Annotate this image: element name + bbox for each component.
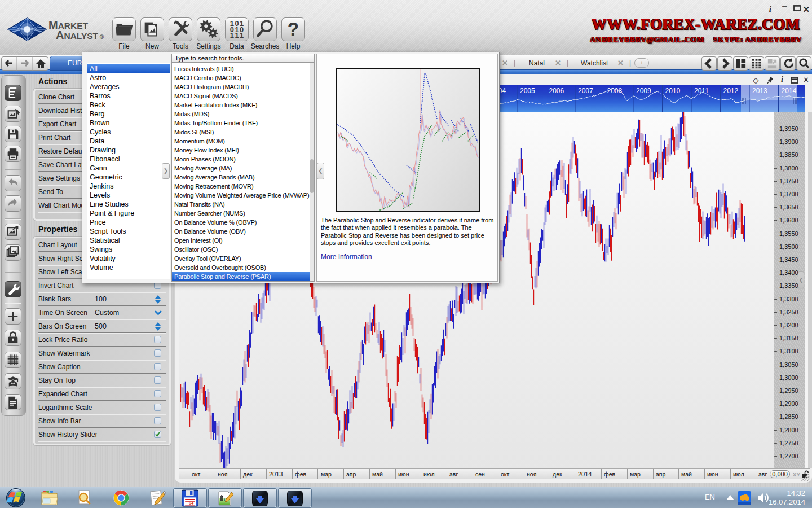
svg-text:2005: 2005 bbox=[520, 87, 535, 95]
svg-text:1: 1 bbox=[230, 31, 234, 40]
svg-text:2007: 2007 bbox=[578, 87, 593, 95]
svg-text:2012: 2012 bbox=[723, 87, 739, 95]
svg-text:2010: 2010 bbox=[665, 87, 681, 95]
svg-text:MARKET: MARKET bbox=[48, 19, 89, 31]
svg-text:?: ? bbox=[288, 19, 299, 40]
svg-text:2013: 2013 bbox=[752, 87, 767, 95]
svg-text:2011: 2011 bbox=[694, 87, 709, 95]
svg-text:2009: 2009 bbox=[636, 87, 651, 95]
svg-text:1: 1 bbox=[235, 31, 239, 40]
svg-text:2006: 2006 bbox=[549, 87, 564, 95]
svg-text:1: 1 bbox=[240, 31, 244, 40]
svg-text:2014: 2014 bbox=[782, 87, 797, 95]
svg-text:2008: 2008 bbox=[607, 87, 623, 95]
svg-text:64: 64 bbox=[189, 501, 194, 506]
svg-text:ANALYST ®: ANALYST ® bbox=[56, 29, 104, 41]
